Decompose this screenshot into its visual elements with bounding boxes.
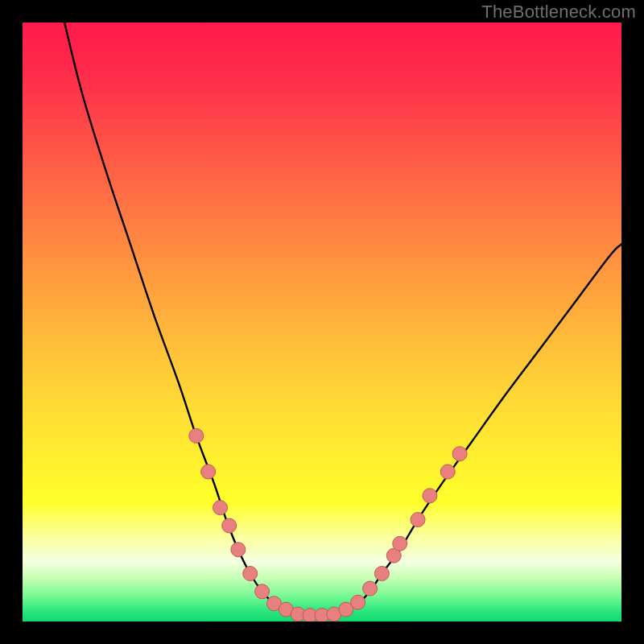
data-dot [411,513,425,527]
data-dot [351,595,365,609]
chart-frame: TheBottleneck.com [0,0,644,644]
data-dots [189,428,467,621]
data-dot [363,581,378,596]
bottleneck-curve [64,23,621,616]
data-dot [222,518,237,533]
watermark-text: TheBottleneck.com [481,2,636,23]
data-dot [423,489,437,503]
data-dot [452,447,467,461]
data-dot [374,566,389,580]
data-dot [189,428,204,443]
plot-area [23,23,621,621]
chart-svg [23,23,621,621]
data-dot [231,543,246,557]
data-dot [243,566,258,580]
data-dot [440,464,455,479]
data-dot [393,536,407,551]
data-dot [201,464,216,479]
data-dot [213,501,228,515]
data-dot [255,584,270,599]
